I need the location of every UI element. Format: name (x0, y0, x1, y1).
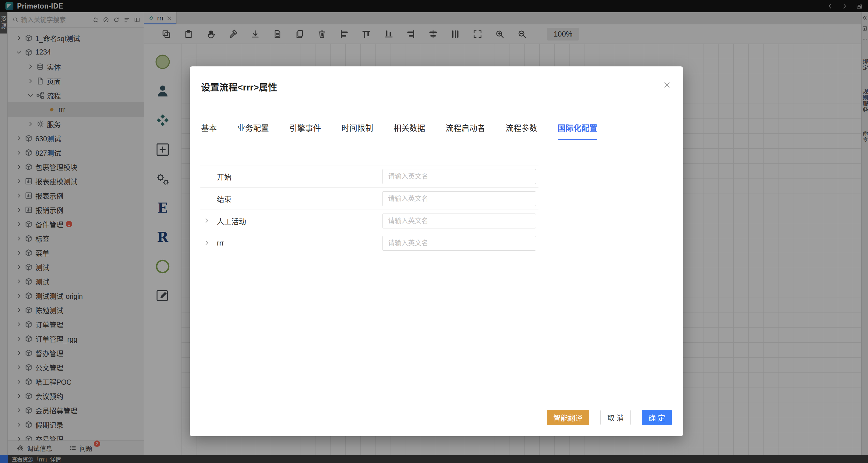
english-name-input[interactable] (382, 236, 536, 251)
row-gutter (204, 173, 211, 180)
flow-properties-dialog: 设置流程<rrr>属性 基本业务配置引擎事件时间限制相关数据流程启动者流程参数国… (190, 66, 683, 436)
node-name-label: 结束 (217, 193, 231, 204)
modal-tab[interactable]: 相关数据 (394, 122, 425, 133)
cancel-button[interactable]: 取 消 (600, 410, 631, 425)
i18n-row: 开始 (200, 165, 538, 187)
modal-tab[interactable]: 基本 (201, 122, 217, 133)
modal-tab[interactable]: 引擎事件 (289, 122, 321, 133)
confirm-button[interactable]: 确 定 (642, 410, 672, 425)
modal-tab[interactable]: 时间限制 (341, 122, 373, 133)
english-name-input[interactable] (382, 214, 536, 228)
app-window: Primeton-IDE 资源 1_命名sql测试1234实体页面流程rrr服务… (0, 0, 868, 463)
node-name-label: 开始 (217, 171, 231, 182)
modal-tab[interactable]: 流程参数 (505, 122, 537, 133)
i18n-row: rrr (200, 232, 538, 254)
node-name-label: rrr (217, 239, 224, 247)
dialog-title: 设置流程<rrr>属性 (201, 80, 277, 93)
modal-tabs: 基本业务配置引擎事件时间限制相关数据流程启动者流程参数国际化配置 (201, 122, 672, 140)
smart-translate-button[interactable]: 智能翻译 (547, 410, 589, 425)
dialog-footer: 智能翻译 取 消 确 定 (547, 410, 672, 425)
modal-tab[interactable]: 流程启动者 (445, 122, 485, 133)
modal-tab[interactable]: 业务配置 (237, 122, 269, 133)
i18n-rows: 开始结束人工活动rrr (200, 165, 538, 254)
english-name-input[interactable] (382, 191, 536, 206)
dialog-close-icon[interactable] (663, 81, 671, 89)
i18n-row: 结束 (200, 187, 538, 210)
node-name-label: 人工活动 (217, 216, 246, 226)
chevron-right-icon[interactable] (204, 240, 211, 247)
modal-tab[interactable]: 国际化配置 (558, 122, 597, 133)
chevron-right-icon[interactable] (204, 217, 211, 224)
row-gutter (204, 195, 211, 202)
i18n-row: 人工活动 (200, 210, 538, 232)
english-name-input[interactable] (382, 169, 536, 184)
